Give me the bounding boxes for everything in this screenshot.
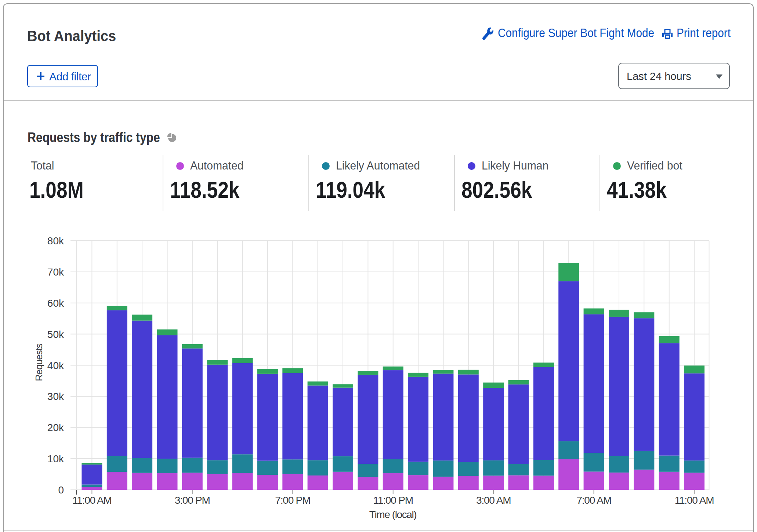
svg-text:50k: 50k: [47, 329, 64, 340]
svg-text:10k: 10k: [47, 453, 64, 464]
svg-text:11:00 AM: 11:00 AM: [72, 495, 112, 506]
svg-text:60k: 60k: [47, 298, 64, 309]
svg-text:40k: 40k: [47, 360, 64, 371]
svg-text:7:00 PM: 7:00 PM: [275, 495, 310, 506]
svg-text:3:00 AM: 3:00 AM: [476, 495, 511, 506]
svg-text:0: 0: [58, 484, 64, 496]
svg-text:7:00 AM: 7:00 AM: [576, 495, 611, 506]
svg-text:20k: 20k: [47, 422, 64, 433]
svg-text:80k: 80k: [47, 235, 64, 247]
svg-text:30k: 30k: [47, 391, 64, 402]
svg-text:3:00 PM: 3:00 PM: [175, 495, 210, 506]
svg-text:70k: 70k: [47, 266, 64, 278]
svg-text:Time (local): Time (local): [369, 509, 416, 520]
svg-text:Requests: Requests: [33, 343, 44, 381]
svg-text:11:00 AM: 11:00 AM: [675, 495, 714, 506]
svg-text:11:00 PM: 11:00 PM: [373, 495, 413, 506]
